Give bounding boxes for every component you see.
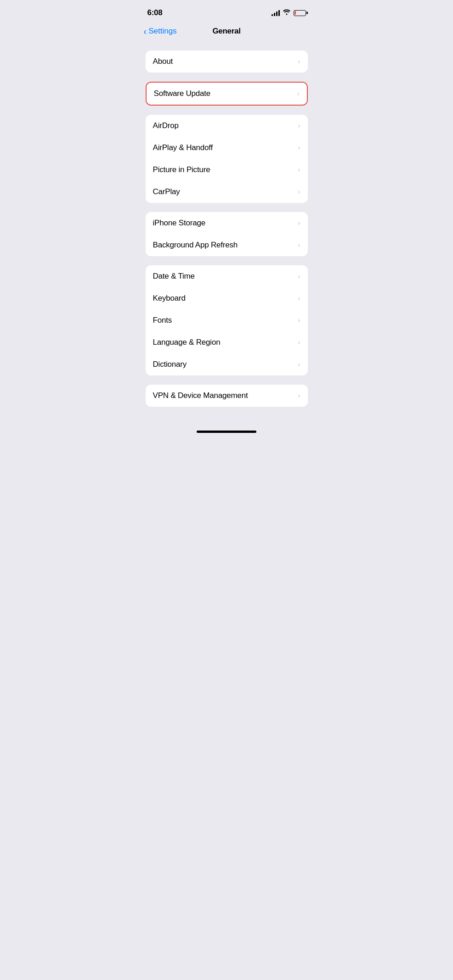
vpn-device-management-item[interactable]: VPN & Device Management › bbox=[146, 385, 308, 407]
date-time-chevron-icon: › bbox=[298, 272, 300, 280]
back-button[interactable]: ‹ Settings bbox=[144, 27, 177, 36]
airdrop-label: AirDrop bbox=[153, 121, 179, 130]
carplay-item[interactable]: CarPlay › bbox=[146, 181, 308, 203]
section-connectivity: AirDrop › AirPlay & Handoff › Picture in… bbox=[146, 115, 308, 203]
language-region-item[interactable]: Language & Region › bbox=[146, 331, 308, 353]
carplay-chevron-icon: › bbox=[298, 188, 300, 196]
status-time: 6:08 bbox=[147, 8, 163, 17]
nav-header: ‹ Settings General bbox=[136, 23, 317, 43]
dictionary-chevron-icon: › bbox=[298, 360, 300, 369]
section-storage: iPhone Storage › Background App Refresh … bbox=[146, 212, 308, 256]
airplay-handoff-item[interactable]: AirPlay & Handoff › bbox=[146, 137, 308, 159]
keyboard-chevron-icon: › bbox=[298, 294, 300, 302]
background-app-refresh-label: Background App Refresh bbox=[153, 241, 238, 250]
signal-bar-4 bbox=[278, 10, 280, 16]
keyboard-item[interactable]: Keyboard › bbox=[146, 287, 308, 309]
page-title: General bbox=[212, 27, 240, 36]
iphone-storage-chevron-icon: › bbox=[298, 219, 300, 227]
fonts-chevron-icon: › bbox=[298, 316, 300, 325]
background-app-refresh-item[interactable]: Background App Refresh › bbox=[146, 234, 308, 256]
about-label: About bbox=[153, 57, 173, 66]
vpn-device-management-label: VPN & Device Management bbox=[153, 391, 248, 400]
dictionary-label: Dictionary bbox=[153, 360, 187, 369]
picture-in-picture-item[interactable]: Picture in Picture › bbox=[146, 159, 308, 181]
back-label: Settings bbox=[148, 27, 176, 36]
language-region-label: Language & Region bbox=[153, 338, 221, 347]
settings-content: About › Software Update › AirDrop › AirP… bbox=[136, 43, 317, 423]
home-indicator bbox=[197, 431, 256, 433]
section-locale: Date & Time › Keyboard › Fonts › Languag… bbox=[146, 265, 308, 375]
section-about: About › bbox=[146, 50, 308, 73]
airplay-handoff-chevron-icon: › bbox=[298, 144, 300, 152]
status-bar: 6:08 bbox=[136, 0, 317, 23]
airdrop-chevron-icon: › bbox=[298, 122, 300, 130]
airdrop-item[interactable]: AirDrop › bbox=[146, 115, 308, 137]
airplay-handoff-label: AirPlay & Handoff bbox=[153, 143, 213, 152]
dictionary-item[interactable]: Dictionary › bbox=[146, 353, 308, 375]
keyboard-label: Keyboard bbox=[153, 294, 186, 303]
date-time-label: Date & Time bbox=[153, 272, 195, 281]
software-update-item[interactable]: Software Update › bbox=[147, 83, 307, 105]
signal-bar-2 bbox=[274, 13, 275, 16]
language-region-chevron-icon: › bbox=[298, 338, 300, 347]
status-icons bbox=[272, 9, 306, 17]
background-app-refresh-chevron-icon: › bbox=[298, 241, 300, 249]
battery-fill bbox=[294, 11, 296, 15]
section-vpn: VPN & Device Management › bbox=[146, 385, 308, 407]
about-chevron-icon: › bbox=[298, 57, 300, 66]
carplay-label: CarPlay bbox=[153, 187, 180, 196]
software-update-label: Software Update bbox=[154, 89, 211, 98]
about-item[interactable]: About › bbox=[146, 50, 308, 73]
date-time-item[interactable]: Date & Time › bbox=[146, 265, 308, 287]
vpn-device-management-chevron-icon: › bbox=[298, 392, 300, 400]
battery-icon bbox=[294, 10, 306, 16]
home-indicator-area bbox=[136, 423, 317, 437]
iphone-storage-label: iPhone Storage bbox=[153, 218, 205, 228]
section-software-update: Software Update › bbox=[146, 82, 308, 106]
fonts-label: Fonts bbox=[153, 316, 172, 325]
picture-in-picture-chevron-icon: › bbox=[298, 166, 300, 174]
signal-bar-3 bbox=[276, 11, 277, 16]
iphone-storage-item[interactable]: iPhone Storage › bbox=[146, 212, 308, 234]
picture-in-picture-label: Picture in Picture bbox=[153, 165, 210, 174]
signal-bars-icon bbox=[272, 10, 280, 16]
fonts-item[interactable]: Fonts › bbox=[146, 309, 308, 331]
software-update-chevron-icon: › bbox=[297, 90, 299, 98]
wifi-icon bbox=[283, 9, 291, 17]
signal-bar-1 bbox=[272, 14, 273, 16]
back-chevron-icon: ‹ bbox=[144, 27, 147, 36]
